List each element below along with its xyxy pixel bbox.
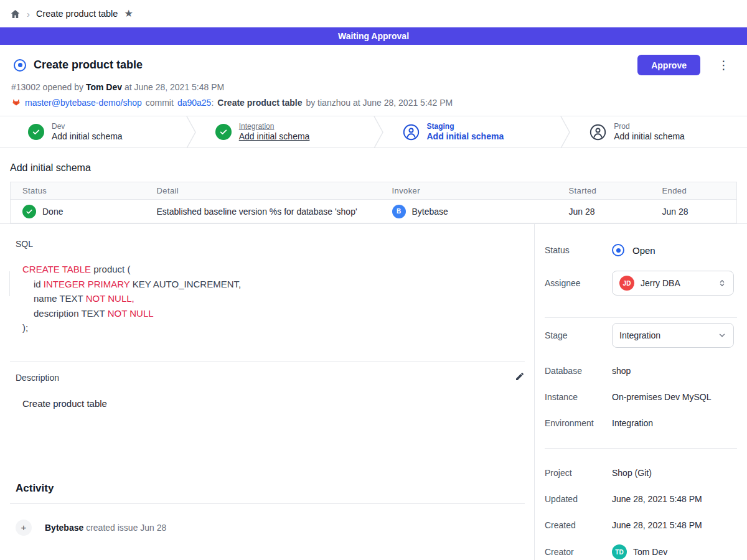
col-detail: Detail: [157, 182, 392, 200]
task-section-title: Add initial schema: [10, 162, 737, 174]
gitlab-icon: [11, 97, 21, 108]
stage-separator: [186, 116, 197, 148]
kebab-menu-icon[interactable]: ⋮: [715, 58, 732, 72]
task-detail: Established baseline version %s for data…: [157, 200, 392, 223]
stage-prod[interactable]: Prod Add initial schema: [571, 116, 747, 147]
sql-section-label: SQL: [16, 239, 524, 249]
sql-statement: CREATE TABLE product ( id INTEGER PRIMAR…: [22, 262, 524, 335]
issue-meta: #13002 opened by Tom Dev at June 28, 202…: [11, 82, 732, 92]
status-value: Open: [632, 245, 655, 256]
stage-env-label: Prod: [614, 122, 685, 131]
creator-label: Creator: [545, 547, 612, 557]
col-started: Started: [569, 182, 662, 200]
updated-value: June 28, 2021 5:48 PM: [612, 494, 737, 504]
stage-task-label: Add initial schema: [614, 131, 685, 142]
breadcrumb-chevron-icon: ›: [27, 9, 30, 19]
stage-env-label: Staging: [427, 122, 504, 131]
creator-avatar: TD: [612, 544, 627, 559]
stage-task-label: Add initial schema: [427, 131, 504, 142]
done-check-icon: [22, 205, 36, 218]
project-value: Shop (Git): [612, 468, 737, 478]
status-label: Status: [545, 245, 612, 255]
vcs-commit-message: Create product table: [217, 98, 302, 108]
stage-pipeline: Dev Add initial schema Integration Add i…: [0, 116, 747, 148]
table-row[interactable]: Done Established baseline version %s for…: [11, 200, 737, 223]
issue-id-opened-by: #13002 opened by: [11, 82, 83, 92]
issue-header: Create product table Approve ⋮ #13002 op…: [0, 45, 747, 116]
divider: [10, 362, 525, 362]
assignee-label: Assignee: [545, 278, 612, 288]
stage-integration[interactable]: Integration Add initial schema: [197, 116, 373, 147]
breadcrumb-title: Create product table: [36, 9, 118, 19]
vcs-commit-label: commit: [146, 98, 174, 108]
task-status: Done: [42, 207, 63, 217]
issue-detail-page: › Create product table ★ Waiting Approva…: [0, 0, 747, 560]
description-label: Description: [16, 373, 59, 383]
pending-person-icon: [590, 124, 606, 141]
chevron-down-icon: [718, 331, 726, 340]
bookmark-star-icon[interactable]: ★: [124, 9, 133, 19]
bytebase-avatar: B: [392, 205, 406, 218]
activity-action: created issue Jun 28: [86, 523, 166, 533]
vcs-branch-link[interactable]: master@bytebase-demo/shop: [25, 98, 142, 108]
vcs-commit-author-time: by tianzhou at June 28, 2021 5:42 PM: [306, 98, 453, 108]
waiting-approval-banner: Waiting Approval: [0, 27, 747, 45]
col-invoker: Invoker: [392, 182, 569, 200]
environment-value: Integration: [612, 418, 737, 428]
stage-value: Integration: [619, 330, 660, 340]
instance-value: On-premises Dev MySQL: [612, 392, 737, 402]
page-title: Create product table: [34, 58, 143, 72]
stage-staging[interactable]: Staging Add initial schema: [384, 116, 560, 147]
stage-separator: [373, 116, 384, 148]
updated-label: Updated: [545, 494, 612, 504]
home-icon[interactable]: [10, 9, 21, 19]
environment-label: Environment: [545, 418, 612, 428]
task-invoker: Bytebase: [412, 207, 448, 217]
activity-timeline-connector: [9, 271, 10, 296]
plus-icon[interactable]: +: [16, 520, 32, 536]
stage-label: Stage: [545, 330, 612, 340]
vcs-commit-hash-link[interactable]: da90a25: [177, 98, 212, 108]
activity-title: Activity: [16, 482, 524, 495]
assignee-select[interactable]: JD Jerry DBA: [612, 271, 734, 296]
database-value: shop: [612, 366, 737, 376]
database-label: Database: [545, 366, 612, 376]
task-ended: Jun 28: [662, 200, 737, 223]
stage-dev[interactable]: Dev Add initial schema: [0, 116, 186, 147]
created-value: June 28, 2021 5:48 PM: [612, 520, 737, 530]
assignee-avatar: JD: [619, 276, 634, 291]
approve-button[interactable]: Approve: [637, 55, 700, 75]
task-started: Jun 28: [569, 200, 662, 223]
col-ended: Ended: [662, 182, 737, 200]
stage-task-label: Add initial schema: [239, 131, 310, 142]
created-label: Created: [545, 520, 612, 530]
vcs-commit-row: master@bytebase-demo/shop commit da90a25…: [11, 97, 732, 108]
stage-env-label: Dev: [52, 122, 123, 131]
assignee-value: Jerry DBA: [641, 278, 680, 288]
activity-item: + Bytebase created issue Jun 28: [16, 520, 524, 536]
updown-chevron-icon: [718, 278, 726, 288]
task-table-header-row: Status Detail Invoker Started Ended: [11, 182, 737, 200]
instance-label: Instance: [545, 392, 612, 402]
project-label: Project: [545, 468, 612, 478]
stage-task-label: Add initial schema: [52, 131, 123, 142]
description-text: Create product table: [22, 398, 524, 409]
activity-actor: Bytebase: [45, 523, 83, 533]
pending-person-icon: [403, 124, 420, 141]
col-status: Status: [11, 182, 157, 200]
done-check-icon: [28, 124, 44, 140]
divider: [545, 448, 737, 449]
issue-author: Tom Dev: [86, 82, 122, 92]
divider: [10, 503, 525, 504]
stage-separator: [560, 116, 571, 148]
issue-open-status-icon: [14, 59, 26, 72]
stage-select[interactable]: Integration: [612, 323, 734, 348]
task-section: Add initial schema Status Detail Invoker…: [0, 148, 747, 223]
stage-env-label: Integration: [239, 122, 310, 131]
task-table: Status Detail Invoker Started Ended Done: [10, 182, 737, 223]
done-check-icon: [215, 124, 232, 140]
creator-value: Tom Dev: [633, 547, 667, 557]
edit-pencil-icon[interactable]: [515, 371, 525, 384]
issue-body: SQL CREATE TABLE product ( id INTEGER PR…: [0, 224, 534, 560]
open-status-icon: [612, 244, 624, 256]
